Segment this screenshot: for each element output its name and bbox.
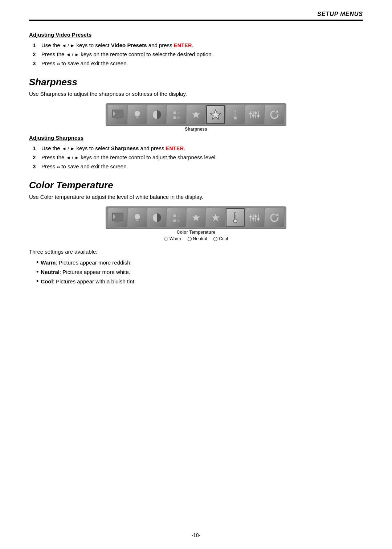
sharpness-icon	[209, 211, 222, 224]
setting-warm: Warm: Pictures appear more reddish.	[36, 259, 363, 266]
svg-rect-16	[235, 112, 236, 117]
sharpness-steps: 1 Use the ◄ / ► keys to select Sharpness…	[29, 145, 363, 169]
menu-icon: ▪▪	[57, 61, 60, 66]
svg-rect-50	[257, 218, 260, 220]
step-2: 2 Press the ◄ / ► keys on the remote con…	[33, 51, 363, 57]
svg-rect-32	[136, 221, 138, 221]
radio-neutral-circle	[188, 237, 192, 241]
sharpness-step-1: 1 Use the ◄ / ► keys to select Sharpness…	[33, 145, 363, 151]
arrow-icon: ◄ / ►	[66, 52, 79, 57]
ct-menu-item-preset	[187, 208, 205, 227]
menu-item-contrast	[147, 105, 166, 124]
color-temp-radio-row: Warm Neutral Cool	[164, 236, 228, 241]
svg-marker-25	[275, 110, 279, 112]
svg-rect-43	[250, 214, 251, 221]
menu-item-sharpness	[206, 105, 225, 124]
svg-rect-21	[249, 113, 252, 114]
sharpness-icon	[209, 108, 222, 121]
menu-item-display	[108, 105, 127, 124]
svg-rect-27	[116, 220, 119, 222]
svg-rect-5	[136, 116, 139, 118]
reset-icon	[268, 211, 281, 224]
menu-item-advanced	[245, 105, 264, 124]
ct-menu-item-sharpness	[206, 208, 225, 227]
arrow-icon: ◄ / ►	[66, 155, 79, 160]
setting-cool: Cool: Pictures appear with a bluish tint…	[36, 278, 363, 284]
menu-item-color	[167, 105, 186, 124]
svg-rect-19	[255, 111, 256, 118]
brightness-icon	[131, 108, 144, 121]
video-presets-steps: 1 Use the ◄ / ► keys to select Video Pre…	[29, 42, 363, 66]
sharpness-description: Use Sharpness to adjust the sharpness or…	[29, 91, 363, 97]
radio-cool-label: Cool	[219, 236, 228, 241]
advanced-icon	[248, 108, 261, 121]
preset-icon	[189, 211, 203, 224]
svg-rect-46	[258, 214, 259, 221]
color-temp-settings: Three settings are available: Warm: Pict…	[29, 249, 363, 284]
settings-list: Warm: Pictures appear more reddish. Neut…	[29, 259, 363, 284]
color-temp-menu-bar-container: Color Temperature Warm Neutral Cool	[29, 206, 363, 241]
ct-menu-item-temperature	[226, 208, 245, 227]
brightness-icon	[131, 211, 144, 224]
svg-point-9	[176, 111, 180, 115]
temperature-icon	[229, 211, 242, 224]
sharpness-menu-bar-container: Sharpness	[29, 103, 363, 132]
adjusting-video-presets-section: Adjusting Video Presets 1 Use the ◄ / ► …	[29, 32, 363, 66]
sharpness-menu-bar	[106, 103, 286, 126]
color-temperature-section: Color Temperature Use Color temperature …	[29, 180, 363, 284]
svg-rect-17	[250, 111, 251, 118]
svg-rect-6	[136, 118, 138, 118]
svg-point-11	[176, 116, 180, 119]
page: SETUP MENUS Adjusting Video Presets 1 Us…	[0, 0, 392, 549]
svg-rect-49	[254, 216, 257, 217]
svg-point-30	[134, 214, 140, 220]
color-temp-menu-bar-label: Color Temperature	[177, 230, 215, 235]
sharpness-heading: Sharpness	[29, 77, 363, 88]
svg-rect-2	[114, 119, 121, 119]
settings-intro: Three settings are available:	[29, 249, 363, 255]
sharpness-menu-bar-label: Sharpness	[185, 127, 207, 132]
ct-menu-item-color	[167, 208, 186, 227]
reset-icon	[268, 108, 281, 121]
sharpness-menu-bar-wrapper: Sharpness	[106, 103, 286, 132]
advanced-icon	[248, 211, 261, 224]
radio-neutral: Neutral	[188, 236, 207, 241]
arrow-icon: ◄ / ►	[62, 43, 75, 48]
svg-rect-23	[254, 112, 257, 114]
color-icon	[170, 108, 183, 121]
svg-rect-20	[258, 111, 259, 118]
menu-item-brightness	[128, 105, 147, 124]
radio-cool: Cool	[213, 236, 228, 241]
svg-rect-47	[249, 216, 252, 217]
radio-cool-circle	[213, 237, 217, 241]
page-header: SETUP MENUS	[29, 11, 363, 21]
adjusting-sharpness-section: Adjusting Sharpness 1 Use the ◄ / ► keys…	[29, 135, 363, 169]
color-temp-menu-bar	[106, 206, 286, 229]
svg-point-37	[176, 219, 180, 222]
svg-marker-38	[191, 213, 201, 222]
header-title: SETUP MENUS	[317, 11, 363, 17]
radio-warm: Warm	[164, 236, 181, 241]
ct-menu-item-contrast	[147, 208, 166, 227]
ct-menu-item-advanced	[245, 208, 264, 227]
preset-icon	[189, 108, 203, 121]
svg-rect-45	[255, 214, 256, 221]
adjusting-sharpness-title: Adjusting Sharpness	[29, 135, 363, 141]
svg-marker-51	[275, 213, 279, 216]
color-temperature-heading: Color Temperature	[29, 180, 363, 191]
svg-marker-13	[210, 110, 221, 119]
menu-item-preset	[187, 105, 205, 124]
ct-menu-item-reset	[265, 208, 284, 227]
ct-menu-item-display	[108, 208, 127, 227]
svg-rect-1	[116, 117, 119, 119]
radio-warm-label: Warm	[170, 236, 181, 241]
svg-rect-24	[257, 115, 260, 116]
page-footer: -18-	[192, 532, 201, 538]
adjusting-video-presets-title: Adjusting Video Presets	[29, 32, 363, 38]
svg-rect-28	[114, 222, 121, 222]
setting-neutral: Neutral: Pictures appear more white.	[36, 269, 363, 275]
step-1: 1 Use the ◄ / ► keys to select Video Pre…	[33, 42, 363, 48]
svg-rect-31	[136, 220, 139, 221]
sharpness-section: Sharpness Use Sharpness to adjust the sh…	[29, 77, 363, 132]
arrow-icon: ◄ / ►	[62, 146, 75, 151]
